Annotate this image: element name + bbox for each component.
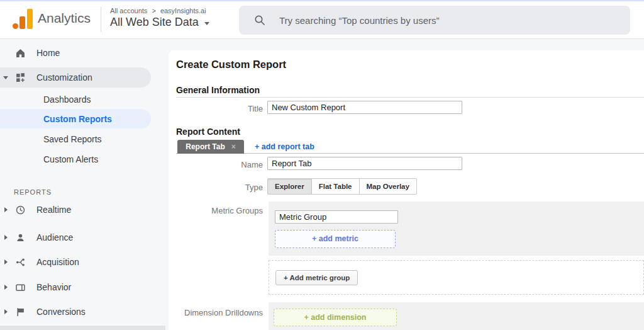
expand-arrow-icon[interactable] bbox=[0, 259, 11, 265]
general-information-heading: General Information bbox=[176, 85, 260, 95]
property-selector-label: All Web Site Data bbox=[110, 16, 199, 29]
title-input[interactable] bbox=[267, 101, 462, 114]
sidebar-item-realtime[interactable]: Realtime bbox=[0, 200, 151, 220]
sidebar-nav: Home Customization Dashboards Custom Rep… bbox=[0, 39, 154, 330]
sidebar-item-label: Home bbox=[36, 48, 60, 58]
sidebar-item-conversions[interactable]: Conversions bbox=[0, 302, 151, 322]
metric-group-name-input[interactable] bbox=[275, 210, 398, 224]
header-divider bbox=[101, 7, 101, 32]
analytics-app-window: Analytics All accounts > easyInsights.ai… bbox=[0, 0, 644, 330]
add-metric-button[interactable]: + add metric bbox=[275, 230, 396, 248]
report-tab-label: Report Tab bbox=[186, 142, 225, 151]
dimension-drilldowns-label: Dimension Drilldowns bbox=[176, 308, 263, 317]
sidebar-item-saved-reports[interactable]: Saved Reports bbox=[0, 129, 151, 149]
sidebar-item-dashboards[interactable]: Dashboards bbox=[0, 89, 151, 110]
close-icon[interactable]: × bbox=[231, 142, 236, 151]
home-icon bbox=[16, 48, 25, 58]
collapse-arrow-icon[interactable] bbox=[0, 76, 11, 79]
report-tab[interactable]: Report Tab × bbox=[177, 140, 244, 154]
sidebar-item-label: Conversions bbox=[36, 307, 86, 317]
logo-bar-mid bbox=[19, 16, 25, 29]
sidebar-item-custom-alerts[interactable]: Custom Alerts bbox=[0, 149, 151, 169]
breadcrumb-separator: > bbox=[152, 7, 155, 14]
page-body: Home Customization Dashboards Custom Rep… bbox=[0, 39, 644, 330]
acquisition-branch-icon bbox=[16, 258, 25, 267]
logo-bar-tall bbox=[27, 9, 33, 29]
search-input[interactable] bbox=[279, 15, 606, 26]
name-label: Name bbox=[176, 160, 263, 169]
search-icon bbox=[254, 14, 265, 26]
app-title: Analytics bbox=[38, 11, 91, 26]
analytics-logo-icon[interactable] bbox=[13, 8, 33, 29]
add-report-tab-link[interactable]: + add report tab bbox=[255, 142, 314, 151]
type-option[interactable]: Map Overlay bbox=[359, 178, 417, 195]
expand-arrow-icon[interactable] bbox=[0, 309, 11, 314]
app-header: Analytics All accounts > easyInsights.ai… bbox=[0, 0, 644, 39]
sidebar-item-label: Dashboards bbox=[43, 94, 91, 105]
section-divider bbox=[176, 97, 644, 98]
type-label: Type bbox=[176, 183, 263, 192]
sidebar-item-label: Custom Reports bbox=[43, 114, 112, 124]
metric-groups-label: Metric Groups bbox=[176, 206, 263, 215]
sidebar-item-home[interactable]: Home bbox=[0, 43, 151, 63]
add-metric-group-button[interactable]: + Add metric group bbox=[275, 270, 358, 285]
expand-arrow-icon[interactable] bbox=[0, 235, 11, 240]
type-option[interactable]: Flat Table bbox=[311, 178, 360, 195]
logo-dot bbox=[13, 23, 18, 29]
tabstrip-divider bbox=[176, 153, 644, 154]
sidebar-item-audience[interactable]: Audience bbox=[0, 227, 151, 248]
dimension-drilldowns-panel: + add dimension bbox=[269, 302, 644, 330]
behavior-layout-icon bbox=[16, 283, 25, 292]
metric-group-panel: + add metric bbox=[269, 202, 644, 256]
breadcrumb: All accounts > easyInsights.ai bbox=[110, 7, 206, 14]
expand-arrow-icon[interactable] bbox=[0, 207, 11, 212]
report-tab-name-input[interactable] bbox=[267, 157, 462, 170]
search-bar[interactable] bbox=[239, 6, 630, 35]
property-selector[interactable]: All Web Site Data bbox=[110, 16, 209, 29]
conversions-flag-icon bbox=[16, 307, 25, 317]
sidebar-item-label: Acquisition bbox=[36, 257, 79, 267]
page-title: Create Custom Report bbox=[176, 59, 286, 71]
customization-icon bbox=[16, 73, 25, 82]
report-type-group: Explorer Flat Table Map Overlay bbox=[267, 178, 417, 195]
sidebar-item-label: Saved Reports bbox=[43, 134, 102, 144]
audience-person-icon bbox=[16, 233, 25, 242]
create-custom-report-panel: Create Custom Report General Information… bbox=[169, 50, 644, 330]
sidebar-bottom-strip bbox=[0, 326, 165, 330]
sidebar-item-label: Audience bbox=[36, 232, 73, 242]
title-label: Title bbox=[176, 104, 263, 113]
reports-section-header: REPORTS bbox=[14, 188, 52, 196]
sidebar-item-label: Behavior bbox=[36, 282, 71, 292]
sidebar-item-label: Realtime bbox=[36, 205, 71, 215]
top-accent-line bbox=[0, 0, 644, 1]
breadcrumb-property[interactable]: easyInsights.ai bbox=[160, 7, 206, 14]
sidebar-item-custom-reports[interactable]: Custom Reports bbox=[0, 109, 151, 128]
sidebar-item-behavior[interactable]: Behavior bbox=[0, 277, 151, 297]
chevron-down-icon bbox=[204, 22, 209, 25]
report-content-heading: Report Content bbox=[176, 127, 240, 137]
type-option[interactable]: Explorer bbox=[267, 178, 312, 195]
breadcrumb-account[interactable]: All accounts bbox=[110, 7, 147, 14]
sidebar-item-acquisition[interactable]: Acquisition bbox=[0, 252, 151, 272]
sidebar-item-label: Customization bbox=[36, 72, 92, 82]
add-dimension-button[interactable]: + add dimension bbox=[274, 309, 397, 326]
expand-arrow-icon[interactable] bbox=[0, 285, 11, 290]
add-metric-group-dropzone: + Add metric group bbox=[269, 260, 644, 295]
realtime-clock-icon bbox=[16, 205, 25, 215]
sidebar-item-label: Custom Alerts bbox=[43, 154, 98, 164]
sidebar-item-customization[interactable]: Customization bbox=[0, 67, 151, 88]
